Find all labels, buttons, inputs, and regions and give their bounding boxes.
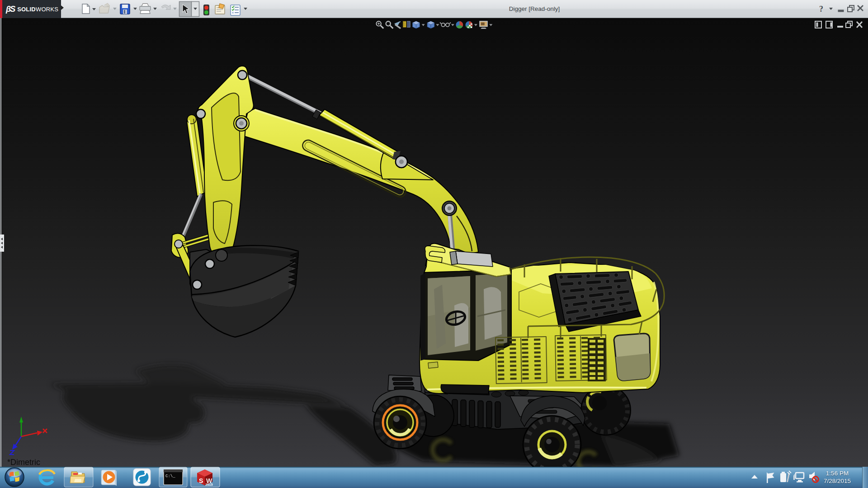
svg-text:S: S [199,477,203,484]
svg-text:C:\_: C:\_ [165,474,175,479]
svg-text:*Dimetric: *Dimetric [7,458,40,467]
svg-text:?: ? [819,5,823,14]
svg-text:2015: 2015 [205,483,213,487]
